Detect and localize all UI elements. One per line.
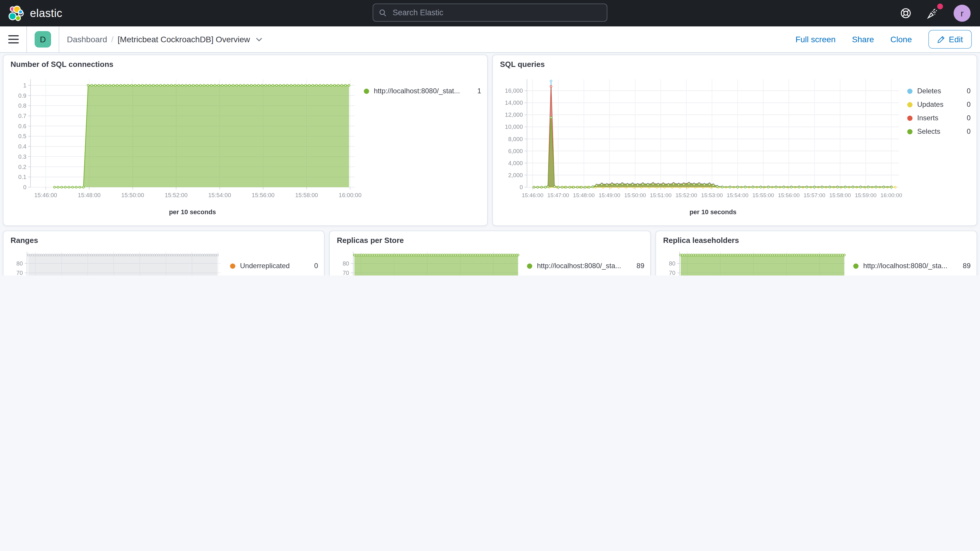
replicas-per-store-chart: 0102030405060708015:46:0015:49:0015:52:0… [336, 247, 527, 276]
svg-text:6,000: 6,000 [508, 148, 523, 154]
search-icon [379, 8, 387, 17]
svg-text:12,000: 12,000 [505, 111, 523, 118]
legend-dot [527, 263, 532, 268]
legend-dot [853, 263, 859, 268]
panel-title: Ranges [11, 236, 230, 245]
legend-item-http-localhost-8080-stat-[interactable]: http://localhost:8080/_stat...1 [364, 87, 481, 95]
brand-name: elastic [30, 7, 62, 20]
title-menu-button[interactable] [256, 37, 262, 41]
svg-text:0.2: 0.2 [18, 164, 26, 170]
legend-item-selects[interactable]: Selects0 [907, 127, 970, 135]
legend-label: http://localhost:8080/_stat... [374, 87, 473, 95]
legend-label: Overreplicated [240, 275, 310, 276]
svg-text:0.7: 0.7 [18, 113, 26, 119]
share-button[interactable]: Share [852, 35, 874, 44]
whats-new-button[interactable] [926, 6, 940, 20]
chart-legend: http://localhost:8080/_stat...1 [364, 60, 481, 221]
panel-sql-queries: SQL queries 02,0004,0006,0008,00010,0001… [492, 54, 977, 226]
ranges-chart: 0102030405060708015:46:0015:48:0015:50:0… [10, 247, 230, 276]
breadcrumb-dashboard-link[interactable]: Dashboard [67, 35, 107, 44]
legend-label: http://localhost:8080/_sta... [863, 262, 958, 270]
svg-text:15:58:00: 15:58:00 [829, 192, 851, 198]
svg-text:70: 70 [343, 270, 349, 276]
legend-dot [364, 88, 369, 94]
legend-value: 0 [967, 87, 970, 95]
svg-text:15:56:00: 15:56:00 [252, 192, 275, 198]
sql_queries-plot: 02,0004,0006,0008,00010,00012,00014,0001… [499, 71, 904, 219]
chevron-down-icon [256, 37, 262, 41]
sql_connections-plot: 00.10.20.30.40.50.60.70.80.9115:46:0015:… [10, 71, 361, 219]
top-navigation-bar: elastic [0, 0, 980, 26]
svg-text:15:48:00: 15:48:00 [573, 192, 595, 198]
svg-text:15:51:00: 15:51:00 [650, 192, 671, 198]
svg-text:80: 80 [16, 260, 23, 267]
legend-dot [230, 263, 235, 268]
legend-item-underreplicated[interactable]: Underreplicated0 [230, 262, 318, 270]
legend-item-inserts[interactable]: Inserts0 [907, 114, 970, 122]
legend-item-deletes[interactable]: Deletes0 [907, 87, 970, 95]
edit-button[interactable]: Edit [928, 30, 972, 49]
elastic-logo-icon [7, 5, 25, 22]
svg-text:0: 0 [23, 184, 26, 190]
legend-value: 0 [967, 100, 970, 108]
svg-text:per 10 seconds: per 10 seconds [169, 208, 216, 216]
svg-text:0.4: 0.4 [18, 143, 26, 150]
legend-value: 0 [967, 127, 970, 135]
svg-text:15:57:00: 15:57:00 [803, 192, 826, 198]
svg-text:15:52:00: 15:52:00 [165, 192, 188, 198]
panel-title: Number of SQL connections [11, 60, 364, 68]
divider [59, 26, 59, 53]
panel-replica-leaseholders: Replica leaseholders 0102030405060708015… [655, 231, 977, 276]
svg-text:0.5: 0.5 [18, 133, 26, 139]
svg-text:15:56:00: 15:56:00 [778, 192, 800, 198]
svg-text:16,000: 16,000 [505, 88, 523, 94]
legend-label: Updates [917, 100, 962, 108]
clone-button[interactable]: Clone [891, 35, 912, 44]
notification-dot [937, 3, 943, 10]
svg-text:16:00:00: 16:00:00 [881, 192, 902, 198]
legend-label: Underreplicated [240, 262, 310, 270]
ranges-plot: 0102030405060708015:46:0015:48:0015:50:0… [10, 247, 225, 276]
space-badge[interactable]: D [35, 31, 51, 48]
breadcrumb: Dashboard / [Metricbeat CockroachDB] Ove… [67, 35, 262, 44]
menu-toggle-button[interactable] [8, 35, 19, 43]
pencil-icon [937, 35, 945, 43]
party-horn-icon [926, 6, 940, 20]
svg-text:14,000: 14,000 [505, 99, 523, 106]
breadcrumb-separator: / [111, 35, 113, 44]
sql-connections-chart: 00.10.20.30.40.50.60.70.80.9115:46:0015:… [10, 71, 364, 221]
page-title: [Metricbeat CockroachDB] Overview [118, 35, 250, 44]
svg-text:0.8: 0.8 [18, 102, 26, 109]
svg-text:0.9: 0.9 [18, 92, 26, 99]
dashboard-grid: Number of SQL connections 00.10.20.30.40… [0, 53, 980, 276]
elastic-logo[interactable]: elastic [0, 5, 62, 22]
help-button[interactable] [900, 7, 912, 19]
full-screen-button[interactable]: Full screen [795, 35, 836, 44]
user-avatar[interactable]: r [954, 5, 970, 22]
chart-legend: http://localhost:8080/_sta...89 [527, 236, 644, 276]
svg-text:15:52:00: 15:52:00 [675, 192, 697, 198]
legend-item-updates[interactable]: Updates0 [907, 100, 970, 108]
svg-text:15:46:00: 15:46:00 [522, 192, 543, 198]
legend-item-http-localhost-8080-sta-[interactable]: http://localhost:8080/_sta...89 [853, 262, 970, 270]
panel-replicas-per-store: Replicas per Store 0102030405060708015:4… [329, 231, 651, 276]
legend-label: Inserts [917, 114, 962, 122]
chart-legend: Underreplicated0Overreplicated0Unavailab… [230, 236, 318, 276]
edit-button-label: Edit [949, 35, 963, 44]
replica_leaseholders-plot: 0102030405060708015:46:0015:49:0015:52:0… [662, 247, 848, 276]
legend-item-http-localhost-8080-sta-[interactable]: http://localhost:8080/_sta...89 [527, 262, 644, 270]
legend-item-overreplicated[interactable]: Overreplicated0 [230, 275, 318, 276]
svg-text:15:59:00: 15:59:00 [855, 192, 877, 198]
svg-text:15:58:00: 15:58:00 [295, 192, 318, 198]
svg-text:per 10 seconds: per 10 seconds [689, 208, 737, 216]
legend-value: 0 [314, 262, 318, 270]
panel-ranges: Ranges 0102030405060708015:46:0015:48:00… [3, 231, 325, 276]
svg-text:2,000: 2,000 [508, 172, 523, 178]
panel-title: Replica leaseholders [663, 236, 853, 245]
svg-text:70: 70 [16, 270, 23, 276]
svg-text:0.1: 0.1 [18, 174, 26, 180]
legend-label: http://localhost:8080/_sta... [537, 262, 632, 270]
search-input[interactable] [391, 8, 601, 18]
svg-text:15:50:00: 15:50:00 [624, 192, 646, 198]
global-search[interactable] [372, 3, 608, 22]
